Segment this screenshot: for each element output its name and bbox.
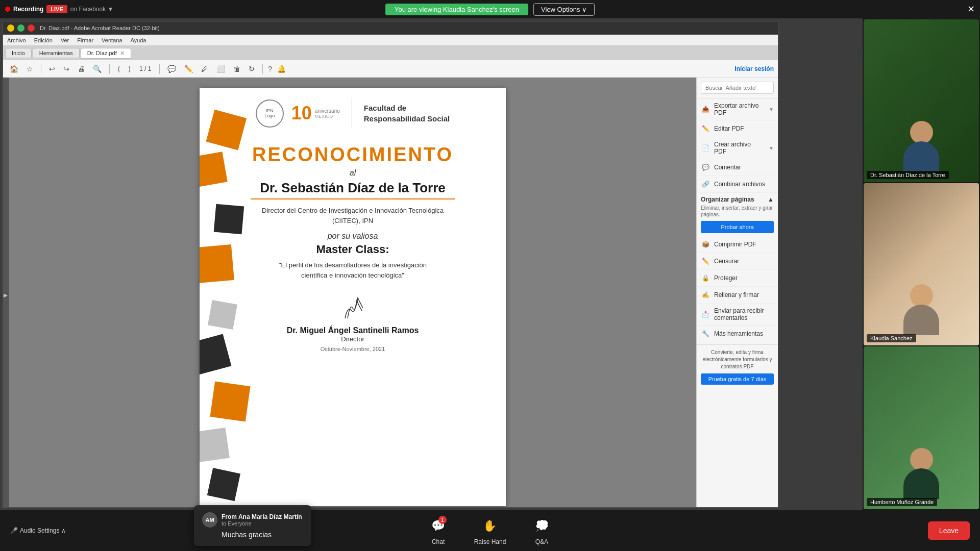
probar-ahora-button[interactable]: Probar ahora <box>701 221 774 233</box>
close-window-button[interactable] <box>28 24 35 32</box>
close-icon[interactable]: ✕ <box>967 4 975 15</box>
tool-combine[interactable]: 🔗 Combinar archivos <box>697 176 778 193</box>
tool-create-pdf[interactable]: 📄 Crear archivo PDF ▼ <box>697 137 778 159</box>
university-logo: IPNLogo <box>256 99 284 128</box>
facebook-label[interactable]: on Facebook ▼ <box>70 6 114 13</box>
adobe-promo-text: Convierte, edita y firma electrónicament… <box>701 349 774 370</box>
person-head-3 <box>910 448 933 471</box>
tool-fill-sign-label: Rellenar y firmar <box>714 291 759 298</box>
organizar-title[interactable]: Organizar páginas ▲ <box>701 196 774 203</box>
person-head-1 <box>910 121 933 144</box>
person-body-3 <box>903 468 939 499</box>
tab-herramientas[interactable]: Herramientas <box>33 48 80 58</box>
tab-bar: Inicio Herramientas Dr. Díaz.pdf ✕ <box>3 46 778 60</box>
tool-edit-pdf[interactable]: ✏️ Editar PDF <box>697 120 778 137</box>
qa-button[interactable]: 💭 Q&A <box>531 516 552 545</box>
cert-title-block: Facultad deResponsabilidad Social <box>364 103 450 124</box>
tab-drdiaz[interactable]: Dr. Díaz.pdf ✕ <box>81 48 131 59</box>
cert-director-title: Director <box>225 335 480 343</box>
tab-close-icon[interactable]: ✕ <box>120 50 125 57</box>
comment-btn[interactable]: 💬 <box>165 63 179 74</box>
raise-hand-button[interactable]: ✋ Raise Hand <box>474 516 506 545</box>
tool-protect[interactable]: 🔒 Proteger <box>697 270 778 287</box>
tab-herramientas-label: Herramientas <box>39 50 73 56</box>
organizar-label: Organizar páginas <box>701 196 754 203</box>
pdf-sidebar[interactable]: ▶ <box>3 78 9 507</box>
pdf-page: IPNLogo 10 aniversario MÉXICO Facultad <box>200 88 506 506</box>
view-options-button[interactable]: View Options ∨ <box>533 3 595 16</box>
live-badge: LIVE <box>46 5 67 13</box>
rotate-btn[interactable]: ↻ <box>246 63 257 74</box>
highlight-btn[interactable]: 🖊 <box>199 63 211 74</box>
participant-name-2: Klaudia Sanchez <box>867 334 916 342</box>
svg-rect-7 <box>200 428 230 462</box>
tool-censor[interactable]: ✏️ Censurar <box>697 253 778 270</box>
cert-recipient: Dr. Sebastián Díaz de la Torre <box>225 180 480 196</box>
organizar-section: Organizar páginas ▲ Eliminar, insertar, … <box>697 193 778 236</box>
cert-reconocimiento: RECONOCIMIENTO <box>225 144 480 166</box>
recording-badge: Recording LIVE on Facebook ▼ <box>5 5 113 13</box>
tool-export-pdf[interactable]: 📤 Exportar archivo PDF ▼ <box>697 98 778 120</box>
menu-edicion[interactable]: Edición <box>34 37 53 43</box>
chat-avatar-initials: AM <box>205 517 214 523</box>
acrobat-titlebar: Dr. Diaz.pdf - Adobe Acrobat Reader DC (… <box>3 21 778 35</box>
organizar-desc: Eliminar, insertar, extraer y girar pági… <box>701 205 774 218</box>
cert-por: por su valiosa <box>225 232 480 241</box>
chat-button[interactable]: 💬 1 Chat <box>428 516 449 545</box>
participant-video-2: Klaudia Sanchez <box>864 183 979 346</box>
shape-btn[interactable]: ⬜ <box>214 63 228 74</box>
trial-button[interactable]: Prueba gratis de 7 días <box>701 373 774 385</box>
toolbar-back[interactable]: 🏠 <box>7 63 21 74</box>
mexico-label: MÉXICO <box>315 114 340 119</box>
tool-send-comments[interactable]: 📩 Enviar para recibir comentarios <box>697 304 778 325</box>
recording-dot <box>5 7 10 12</box>
protect-icon: 🔒 <box>701 273 710 283</box>
help-icon[interactable]: ? <box>268 65 272 73</box>
tool-censor-label: Censurar <box>714 258 739 265</box>
maximize-button[interactable] <box>17 24 24 32</box>
menu-ventana[interactable]: Ventana <box>102 37 122 43</box>
cert-quote: "El perfil de los desarrolladores de la … <box>225 260 480 280</box>
menu-ayuda[interactable]: Ayuda <box>130 37 146 43</box>
draw-btn[interactable]: ✏️ <box>182 63 195 74</box>
menu-archivo[interactable]: Archivo <box>7 37 26 43</box>
toolbar-search[interactable]: 🔍 <box>90 63 104 74</box>
audio-settings-button[interactable]: 🎤 Audio Settings ∧ <box>10 527 66 534</box>
participant-video-1: Dr. Sebastián Díaz de la Torre <box>864 19 979 182</box>
tool-comment-label: Comentar <box>714 164 741 171</box>
comment-tool-icon: 💬 <box>701 163 710 172</box>
minimize-button[interactable] <box>7 24 14 32</box>
toolbar-undo[interactable]: ↩ <box>46 63 58 74</box>
tool-more-label: Más herramientas <box>714 330 763 337</box>
pdf-area: Dr. Diaz.pdf - Adobe Acrobat Reader DC (… <box>0 18 863 510</box>
menu-firmar[interactable]: Firmar <box>77 37 93 43</box>
anniversary-number: 10 <box>291 103 312 124</box>
tool-compress[interactable]: 📦 Comprimir PDF <box>697 236 778 253</box>
anniversary-label: aniversario <box>315 108 340 114</box>
participant-video-3: Humberto Muñoz Grande <box>864 346 979 509</box>
recording-text: Recording <box>13 6 43 13</box>
tab-inicio[interactable]: Inicio <box>5 48 32 58</box>
prev-page-button[interactable]: ⟨ <box>115 64 122 74</box>
tool-send-comments-label: Enviar para recibir comentarios <box>714 307 774 321</box>
person-silhouette-2 <box>903 284 939 335</box>
sign-in-button[interactable]: Iniciar sesión <box>734 65 774 72</box>
tool-more[interactable]: 🔧 Más herramientas <box>697 325 778 342</box>
notification-icon[interactable]: 🔔 <box>277 65 286 73</box>
toolbar-print[interactable]: 🖨 <box>75 63 87 74</box>
toolbar-bookmark[interactable]: ☆ <box>24 63 36 74</box>
page-counter: 1 / 1 <box>139 65 151 72</box>
cert-body: RECONOCIMIENTO al Dr. Sebastián Díaz de … <box>200 134 506 367</box>
acrobat-tools-panel: 📤 Exportar archivo PDF ▼ ✏️ Editar PDF 📄… <box>696 78 778 507</box>
next-page-button[interactable]: ⟩ <box>126 64 133 74</box>
leave-button[interactable]: Leave <box>928 521 970 540</box>
tool-comment[interactable]: 💬 Comentar <box>697 159 778 176</box>
participants-panel: Dr. Sebastián Díaz de la Torre Klaudia S… <box>863 18 980 510</box>
menu-ver[interactable]: Ver <box>61 37 69 43</box>
chat-message: Muchas gracias <box>222 531 303 539</box>
tools-search-input[interactable] <box>701 82 774 94</box>
tool-fill-sign[interactable]: ✍️ Rellenar y firmar <box>697 287 778 304</box>
delete-btn[interactable]: 🗑 <box>231 63 243 74</box>
adobe-promo: Convierte, edita y firma electrónicament… <box>697 344 778 389</box>
toolbar-redo[interactable]: ↪ <box>61 63 72 74</box>
